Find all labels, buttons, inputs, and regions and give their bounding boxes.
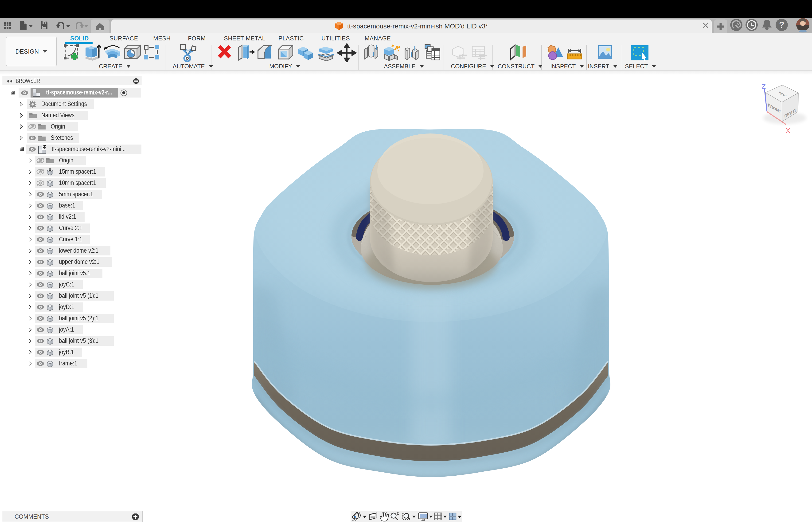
svg-text:?: ?: [779, 20, 784, 30]
svg-text:X: X: [786, 127, 790, 134]
svg-text:Z: Z: [762, 83, 766, 90]
